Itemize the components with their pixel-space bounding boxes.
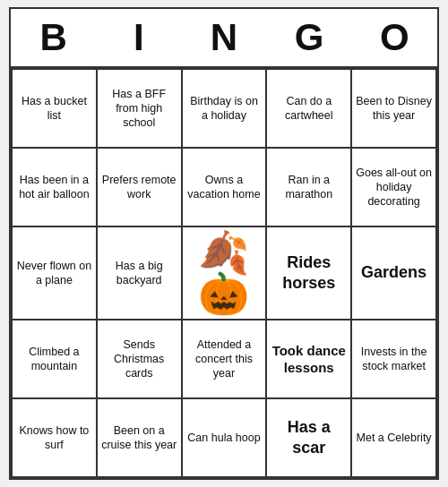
bingo-cell[interactable]: Can do a cartwheel xyxy=(267,70,352,149)
bingo-cell[interactable]: 🍂🎃 xyxy=(183,227,268,320)
letter-n: N xyxy=(185,16,263,59)
bingo-cell[interactable]: Ran in a marathon xyxy=(267,149,352,227)
bingo-cell[interactable]: Has been in a hot air balloon xyxy=(13,149,98,227)
bingo-cell[interactable]: Has a bucket list xyxy=(13,70,98,149)
letter-i: I xyxy=(99,16,178,59)
bingo-cell[interactable]: Been on a cruise this year xyxy=(98,399,183,478)
bingo-cell[interactable]: Attended a concert this year xyxy=(183,320,268,399)
bingo-cell[interactable]: Never flown on a plane xyxy=(13,227,98,320)
bingo-cell[interactable]: Goes all-out on holiday decorating xyxy=(352,149,437,227)
bingo-header: B I N G O xyxy=(11,9,437,68)
bingo-cell[interactable]: Can hula hoop xyxy=(183,399,268,478)
bingo-cell[interactable]: Invests in the stock market xyxy=(352,320,437,399)
letter-b: B xyxy=(14,16,93,59)
bingo-cell[interactable]: Gardens xyxy=(352,227,437,320)
bingo-cell[interactable]: Prefers remote work xyxy=(98,149,183,227)
bingo-cell[interactable]: Been to Disney this year xyxy=(352,70,437,149)
bingo-cell[interactable]: Rides horses xyxy=(267,227,352,320)
bingo-grid: Has a bucket listHas a BFF from high sch… xyxy=(11,68,437,478)
bingo-cell[interactable]: Has a scar xyxy=(267,399,352,478)
bingo-card: B I N G O Has a bucket listHas a BFF fro… xyxy=(9,7,439,480)
bingo-cell[interactable]: Has a BFF from high school xyxy=(98,70,183,149)
bingo-cell[interactable]: Climbed a mountain xyxy=(13,320,98,399)
bingo-cell[interactable]: Sends Christmas cards xyxy=(98,320,183,399)
bingo-cell[interactable]: Birthday is on a holiday xyxy=(183,70,268,149)
letter-g: G xyxy=(270,16,349,59)
bingo-cell[interactable]: Owns a vacation home xyxy=(183,149,268,227)
letter-o: O xyxy=(355,16,434,59)
bingo-cell[interactable]: Knows how to surf xyxy=(13,399,98,478)
bingo-cell[interactable]: Has a big backyard xyxy=(98,227,183,320)
bingo-cell[interactable]: Met a Celebrity xyxy=(352,399,437,478)
bingo-cell[interactable]: Took dance lessons xyxy=(267,320,352,399)
pumpkin-icon: 🍂🎃 xyxy=(186,232,263,314)
